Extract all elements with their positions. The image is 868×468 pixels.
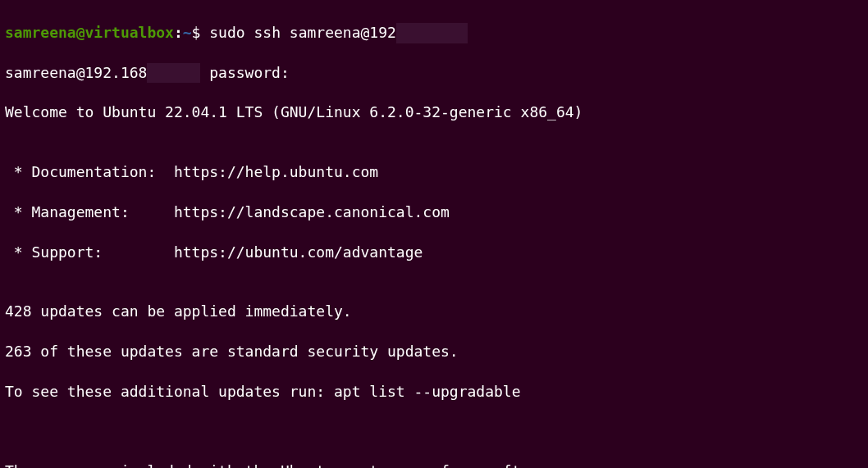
programs-line-1: The programs included with the Ubuntu sy…	[5, 461, 863, 468]
password-prompt: samreena@192.168 password:	[5, 63, 863, 83]
command-text: sudo ssh samreena@192	[209, 24, 396, 41]
welcome-message: Welcome to Ubuntu 22.04.1 LTS (GNU/Linux…	[5, 102, 863, 122]
prompt-dollar: $	[192, 24, 210, 41]
prompt-path: ~	[183, 24, 192, 41]
command-line-1: samreena@virtualbox:~$ sudo ssh samreena…	[5, 23, 863, 43]
doc-link: * Documentation: https://help.ubuntu.com	[5, 162, 863, 182]
redacted-ip-2	[147, 63, 200, 83]
updates-line-2: 263 of these updates are standard securi…	[5, 342, 863, 361]
pw-prefix: samreena@192.168	[5, 64, 147, 81]
updates-line-1: 428 updates can be applied immediately.	[5, 302, 863, 321]
mgmt-link: * Management: https://landscape.canonica…	[5, 202, 863, 222]
terminal-output[interactable]: samreena@virtualbox:~$ sudo ssh samreena…	[5, 3, 863, 468]
pw-suffix: password:	[200, 64, 289, 81]
support-link: * Support: https://ubuntu.com/advantage	[5, 243, 863, 262]
updates-line-3: To see these additional updates run: apt…	[5, 382, 863, 402]
prompt-colon: :	[174, 24, 183, 41]
redacted-ip-1	[396, 23, 468, 43]
prompt-user-host: samreena@virtualbox	[5, 24, 174, 41]
